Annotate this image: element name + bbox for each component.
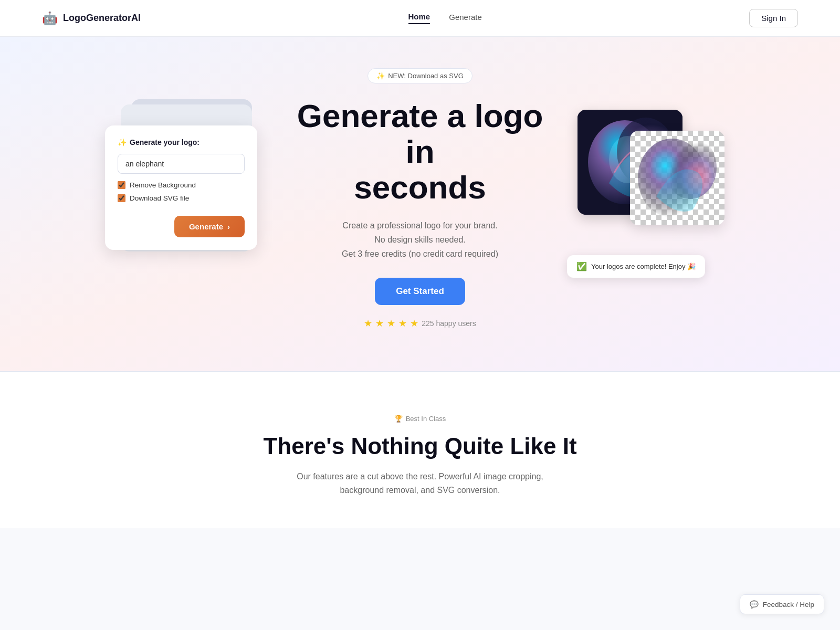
star-5: ★ <box>410 318 418 329</box>
left-cards: ✨ Generate your logo: Remove Background … <box>105 99 262 299</box>
generate-button[interactable]: Generate › <box>174 216 245 237</box>
form-title-text: Generate your logo: <box>130 138 200 146</box>
badge-trophy-icon: 🏆 <box>394 415 403 423</box>
toast-text: Your logos are complete! Enjoy 🎉 <box>591 262 696 270</box>
remove-bg-label: Remove Background <box>130 181 196 189</box>
logo-preview-checkered <box>630 131 724 225</box>
subtitle-line3: Get 3 free credits (no credit card requi… <box>294 247 546 261</box>
remove-bg-checkbox[interactable] <box>118 181 125 189</box>
right-preview-cards: ✅ Your logos are complete! Enjoy 🎉 <box>578 99 735 299</box>
svg-label: Download SVG file <box>130 194 189 202</box>
best-in-class-badge: 🏆 Best In Class <box>394 415 446 423</box>
logo-form-card: ✨ Generate your logo: Remove Background … <box>105 125 257 250</box>
star-3: ★ <box>387 318 395 329</box>
generate-arrow-icon: › <box>227 222 230 231</box>
hero-title: Generate a logo in seconds <box>294 98 546 206</box>
logo-art-transparent-svg <box>630 131 724 225</box>
toast-check-icon: ✅ <box>576 261 587 271</box>
brand-logo[interactable]: 🤖 LogoGeneratorAI <box>42 11 141 26</box>
feedback-icon: 💬 <box>750 600 759 608</box>
feedback-label: Feedback / Help <box>763 601 814 608</box>
stars-row: ★ ★ ★ ★ ★ 225 happy users <box>294 318 546 329</box>
subtitle-line2: No design skills needed. <box>294 233 546 247</box>
feedback-button[interactable]: 💬 Feedback / Help <box>740 594 824 614</box>
below-fold-section: 🏆 Best In Class There's Nothing Quite Li… <box>0 372 840 528</box>
logo-complete-toast: ✅ Your logos are complete! Enjoy 🎉 <box>567 255 705 278</box>
brand-icon: 🤖 <box>42 11 58 26</box>
nav-generate[interactable]: Generate <box>449 13 482 24</box>
happy-users-text: 225 happy users <box>422 319 476 328</box>
subtitle-line1: Create a professional logo for your bran… <box>294 218 546 233</box>
star-4: ★ <box>398 318 407 329</box>
nav-home[interactable]: Home <box>408 12 430 24</box>
hero-center: ✨ NEW: Download as SVG Generate a logo i… <box>262 68 578 329</box>
hero-subtitle: Create a professional logo for your bran… <box>294 218 546 261</box>
svg-checkbox[interactable] <box>118 194 125 202</box>
badge-text: NEW: Download as SVG <box>388 72 464 80</box>
logo-prompt-input[interactable] <box>118 154 245 174</box>
form-title: ✨ Generate your logo: <box>118 138 245 146</box>
checkered-inner <box>630 131 724 225</box>
star-2: ★ <box>375 318 384 329</box>
star-1: ★ <box>364 318 372 329</box>
get-started-button[interactable]: Get Started <box>375 278 465 305</box>
nav-links: Home Generate <box>408 12 482 24</box>
brand-name: LogoGeneratorAI <box>63 13 141 24</box>
hero-title-line1: Generate a logo in <box>297 98 543 170</box>
navbar: 🤖 LogoGeneratorAI Home Generate Sign In <box>0 0 840 37</box>
remove-bg-row: Remove Background <box>118 181 245 189</box>
below-subtitle: Our features are a cut above the rest. P… <box>289 470 551 497</box>
hero-inner: ✨ Generate your logo: Remove Background … <box>105 68 735 329</box>
svg-download-row: Download SVG file <box>118 194 245 202</box>
hero-section: ✨ Generate your logo: Remove Background … <box>0 37 840 371</box>
below-title: There's Nothing Quite Like It <box>21 433 819 459</box>
generate-label: Generate <box>189 222 223 231</box>
hero-title-line2: seconds <box>354 169 486 205</box>
form-title-icon: ✨ <box>118 138 127 146</box>
new-badge: ✨ NEW: Download as SVG <box>368 68 472 83</box>
signin-button[interactable]: Sign In <box>749 9 798 27</box>
badge-best-text: Best In Class <box>406 415 446 423</box>
badge-icon: ✨ <box>376 72 385 80</box>
